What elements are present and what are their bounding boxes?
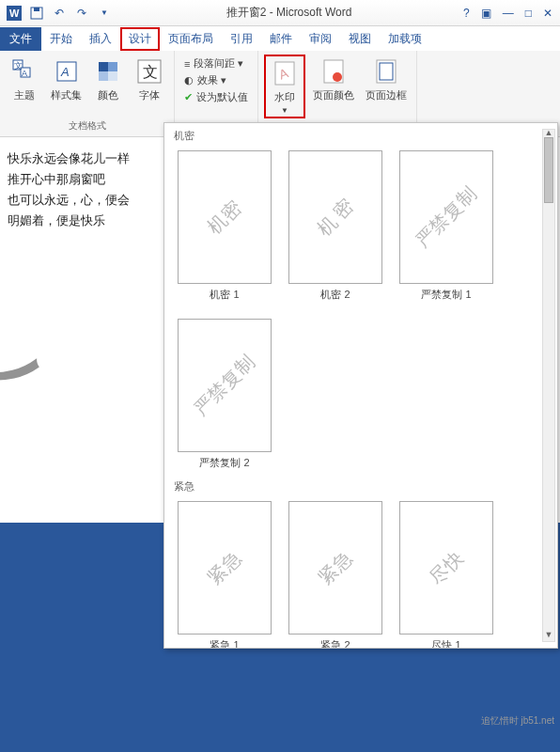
color-icon [93,56,123,86]
tab-references[interactable]: 引用 [222,27,261,51]
restore-icon[interactable]: □ [525,7,532,20]
svg-rect-11 [108,62,117,71]
watermark-option[interactable]: 机 密机密 2 [288,150,382,302]
effects-icon: ◐ [184,74,194,86]
section-urgent: 紧急 [164,474,557,495]
minimize-icon[interactable]: — [503,7,514,20]
help-icon[interactable]: ? [463,7,470,20]
redo-icon[interactable]: ↷ [71,3,92,24]
ribbon-display-icon[interactable]: ▣ [481,7,491,20]
word-icon: W [4,3,24,24]
watermark-option-label: 机密 2 [320,288,350,302]
page-color-label: 页面颜色 [313,88,354,102]
themes-icon: 文A [9,56,39,86]
page-border-button[interactable]: 页面边框 [362,55,411,118]
tab-file[interactable]: 文件 [0,27,41,51]
font-button[interactable]: 文 字体 [131,55,168,104]
watermark-option[interactable]: 紧急紧急 1 [178,501,272,648]
page-color-icon [319,56,349,86]
tab-insert[interactable]: 插入 [81,27,120,51]
group-docformat-label: 文档格式 [69,119,106,133]
svg-text:W: W [9,8,20,19]
chevron-down-icon: ▼ [281,106,288,115]
svg-text:文: 文 [143,64,158,80]
checkmark-icon: ✔ [184,91,193,103]
tab-start[interactable]: 开始 [41,27,81,51]
watermark-icon: A [270,58,300,88]
close-icon[interactable]: ✕ [543,7,552,20]
svg-rect-13 [108,71,117,81]
watermark-option-label: 紧急 1 [210,638,239,648]
page-color-button[interactable]: 页面颜色 [309,55,358,118]
page-border-label: 页面边框 [366,88,407,102]
save-icon[interactable] [26,3,47,24]
watermark-gallery-dropdown: 机密 机密机密 1机 密机密 2严禁复制严禁复制 1严禁复制严禁复制 2 紧急 … [163,122,558,649]
svg-rect-3 [34,8,39,11]
styleset-label: 样式集 [51,88,82,102]
styleset-button[interactable]: A 样式集 [47,55,86,104]
tab-review[interactable]: 审阅 [301,27,340,51]
themes-button[interactable]: 文A 主题 [6,55,43,104]
watermark-option-label: 严禁复制 2 [199,456,249,470]
font-label: 字体 [139,88,160,102]
styleset-icon: A [52,56,82,86]
tab-addin[interactable]: 加载项 [380,27,430,51]
scrollbar-thumb[interactable] [544,137,553,203]
paragraph-icon: ≡ [184,58,190,70]
svg-text:A: A [60,65,70,79]
color-label: 颜色 [98,88,118,102]
watermark-option[interactable]: 尽快尽快 1 [399,501,493,648]
svg-point-19 [333,72,342,82]
credit-watermark: 追忆惜时 jb51.net [481,714,554,728]
svg-rect-10 [99,62,108,71]
watermark-label: 水印 [274,90,295,104]
tab-view[interactable]: 视图 [340,27,380,51]
watermark-option[interactable]: 严禁复制严禁复制 1 [399,150,493,302]
tab-mail[interactable]: 邮件 [261,27,301,51]
effects-button[interactable]: ◐效果 ▾ [184,73,248,87]
watermark-option-label: 机密 1 [210,288,239,302]
qat-dropdown-icon[interactable]: ▼ [94,3,115,24]
tab-layout[interactable]: 页面布局 [160,27,222,51]
set-default-button[interactable]: ✔设为默认值 [184,90,248,104]
watermark-option-label: 尽快 1 [431,638,460,648]
section-confidential: 机密 [164,123,557,145]
page-border-icon [371,56,401,86]
watermark-option[interactable]: 机密机密 1 [178,150,272,302]
svg-text:A: A [22,69,27,78]
paragraph-spacing-button[interactable]: ≡段落间距 ▾ [184,56,248,70]
dropdown-scrollbar[interactable]: ▲ ▼ [542,129,555,642]
color-button[interactable]: 颜色 [89,55,127,104]
watermark-button[interactable]: A 水印 ▼ [264,55,305,118]
window-title: 推开窗2 - Microsoft Word [115,5,463,21]
undo-icon[interactable]: ↶ [49,3,70,24]
watermark-option-label: 严禁复制 1 [421,288,471,302]
watermark-option[interactable]: 严禁复制严禁复制 2 [178,319,272,470]
tab-design[interactable]: 设计 [120,27,160,51]
watermark-option[interactable]: 紧急紧急 2 [288,501,382,648]
watermark-option-label: 紧急 2 [320,638,350,648]
themes-label: 主题 [14,88,35,102]
font-icon: 文 [134,56,164,86]
scroll-down-icon[interactable]: ▼ [543,630,554,643]
document-watermark: 文 [0,247,77,466]
svg-rect-12 [99,71,108,81]
